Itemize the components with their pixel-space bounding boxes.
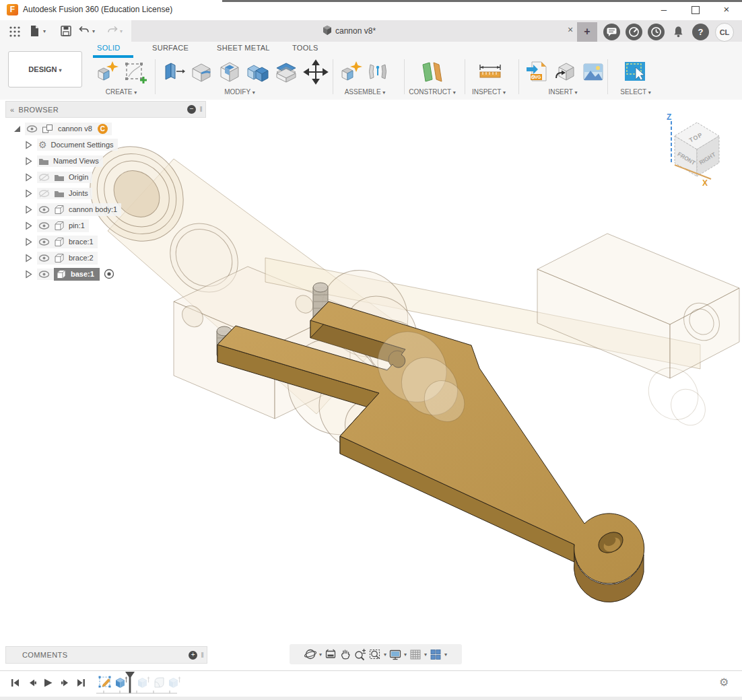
timeline-settings-gear-icon[interactable]: ⚙ — [719, 676, 729, 689]
canvas-image-icon[interactable] — [580, 59, 606, 85]
feedback-chat-button[interactable] — [603, 24, 620, 40]
browser-collapse-icon[interactable]: − — [187, 105, 196, 114]
display-settings-icon[interactable] — [389, 648, 402, 661]
fit-view-icon[interactable] — [368, 648, 382, 661]
eye-visible-icon[interactable] — [38, 221, 50, 230]
job-status-button[interactable] — [626, 24, 642, 40]
group-insert[interactable]: INSERT ▾ — [532, 88, 594, 96]
insert-svg-icon[interactable]: SVG — [524, 59, 549, 85]
collapsed-arrow-icon[interactable] — [24, 254, 33, 262]
browser-header[interactable]: « BROWSER − ‖ — [5, 101, 206, 118]
group-select[interactable]: SELECT ▾ — [610, 88, 661, 96]
collapsed-arrow-icon[interactable] — [24, 173, 33, 182]
panel-grip-icon[interactable]: ‖ — [199, 106, 203, 113]
orbit-caret-icon[interactable]: ▾ — [319, 652, 322, 658]
orbit-icon[interactable] — [304, 648, 317, 661]
assemble-new-component-icon[interactable] — [338, 59, 364, 85]
app-grid-menu-icon[interactable] — [8, 24, 23, 38]
zoom-icon[interactable] — [353, 648, 367, 661]
save-icon[interactable] — [59, 24, 74, 38]
timeline-track[interactable] — [96, 691, 184, 696]
tree-item-pin[interactable]: pin:1 — [24, 217, 206, 234]
window-minimize-button[interactable]: – — [650, 0, 677, 19]
select-icon[interactable] — [622, 59, 648, 85]
timeline-play-button[interactable] — [42, 677, 54, 689]
undo-caret-icon[interactable]: ▾ — [92, 28, 95, 34]
joint-icon[interactable] — [365, 59, 391, 85]
tree-item-joints[interactable]: Joints — [24, 185, 206, 201]
view-cube[interactable]: TOP FRONT RIGHT Z X — [640, 106, 741, 194]
add-comment-icon[interactable]: + — [189, 651, 197, 660]
collapsed-arrow-icon[interactable] — [24, 205, 33, 214]
eye-visible-icon[interactable] — [38, 254, 50, 262]
fillet-icon[interactable] — [189, 59, 214, 85]
group-construct[interactable]: CONSTRUCT ▾ — [401, 88, 463, 96]
window-maximize-button[interactable] — [682, 0, 709, 19]
timeline-step-back-button[interactable] — [26, 677, 38, 689]
undo-icon[interactable] — [77, 24, 92, 38]
tree-item-brace-2[interactable]: brace:2 — [24, 250, 206, 266]
grid-caret-icon[interactable]: ▾ — [424, 652, 427, 658]
combine-icon[interactable] — [245, 59, 271, 85]
press-pull-icon[interactable] — [160, 59, 186, 85]
collapsed-arrow-icon[interactable] — [24, 238, 33, 246]
help-button[interactable]: ? — [692, 24, 709, 40]
comments-bar[interactable]: COMMENTS + ‖ — [5, 646, 207, 664]
look-at-icon[interactable] — [324, 648, 337, 661]
window-close-button[interactable]: × — [713, 0, 740, 19]
fit-caret-icon[interactable]: ▾ — [384, 652, 386, 658]
timeline-step-forward-button[interactable] — [59, 677, 71, 689]
eye-hidden-icon[interactable] — [38, 173, 50, 182]
measure-icon[interactable] — [477, 59, 504, 85]
tree-item-cannon-body[interactable]: cannon body:1 — [24, 201, 206, 217]
tab-solid[interactable]: SOLID — [97, 44, 121, 52]
tree-item-origin[interactable]: Origin — [24, 169, 206, 185]
pan-icon[interactable] — [339, 648, 352, 661]
group-assemble[interactable]: ASSEMBLE ▾ — [335, 88, 395, 96]
eye-visible-icon[interactable] — [38, 270, 50, 279]
tree-item-named-views[interactable]: Named Views — [24, 153, 206, 169]
timeline-feature-sketch[interactable] — [98, 674, 112, 691]
grid-display-icon[interactable] — [409, 648, 422, 661]
create-sketch-icon[interactable] — [123, 59, 148, 85]
new-component-icon[interactable] — [94, 59, 120, 85]
collapsed-arrow-icon[interactable] — [24, 189, 33, 198]
eye-hidden-icon[interactable] — [38, 189, 50, 198]
construct-plane-icon[interactable] — [417, 59, 447, 85]
document-tab-close-icon[interactable]: × — [564, 24, 576, 35]
notifications-button[interactable] — [670, 24, 687, 40]
timeline-skip-start-button[interactable] — [9, 677, 22, 689]
expanded-arrow-icon[interactable] — [12, 125, 21, 133]
derive-icon[interactable] — [552, 59, 578, 85]
timeline-skip-end-button[interactable] — [75, 677, 88, 689]
collapsed-arrow-icon[interactable] — [24, 270, 33, 279]
display-caret-icon[interactable]: ▾ — [404, 652, 407, 658]
viewports-caret-icon[interactable]: ▾ — [444, 652, 447, 658]
account-avatar[interactable]: CL — [715, 23, 734, 42]
tab-surface[interactable]: SURFACE — [152, 44, 189, 52]
collapsed-arrow-icon[interactable] — [24, 221, 33, 230]
file-menu-caret-icon[interactable]: ▾ — [43, 28, 46, 34]
activate-component-radio[interactable] — [104, 269, 114, 279]
collapse-panel-icon[interactable]: « — [10, 106, 15, 114]
file-menu-icon[interactable] — [28, 24, 43, 38]
shell-icon[interactable] — [217, 59, 242, 85]
version-history-button[interactable] — [648, 24, 665, 40]
tree-item-base-selected[interactable]: base:1 — [24, 266, 206, 282]
eye-visible-icon[interactable] — [26, 125, 38, 133]
document-tab[interactable]: cannon v8* × — [269, 20, 579, 42]
tree-item-brace-1[interactable]: brace:1 — [24, 234, 206, 250]
group-inspect[interactable]: INSPECT ▾ — [465, 88, 513, 96]
tab-sheet-metal[interactable]: SHEET METAL — [217, 44, 270, 52]
group-modify[interactable]: MODIFY ▾ — [209, 88, 271, 96]
move-copy-icon[interactable] — [303, 59, 329, 85]
collapsed-arrow-icon[interactable] — [24, 157, 33, 166]
new-tab-button[interactable]: + — [577, 22, 597, 42]
collapsed-arrow-icon[interactable] — [24, 141, 33, 149]
tree-item-document-settings[interactable]: ⚙ Document Settings — [24, 137, 206, 153]
eye-visible-icon[interactable] — [38, 205, 50, 214]
workspace-switcher[interactable]: DESIGN ▾ — [8, 51, 82, 88]
eye-visible-icon[interactable] — [38, 238, 50, 246]
group-create[interactable]: CREATE ▾ — [90, 88, 152, 96]
panel-grip-icon[interactable]: ‖ — [201, 652, 204, 659]
